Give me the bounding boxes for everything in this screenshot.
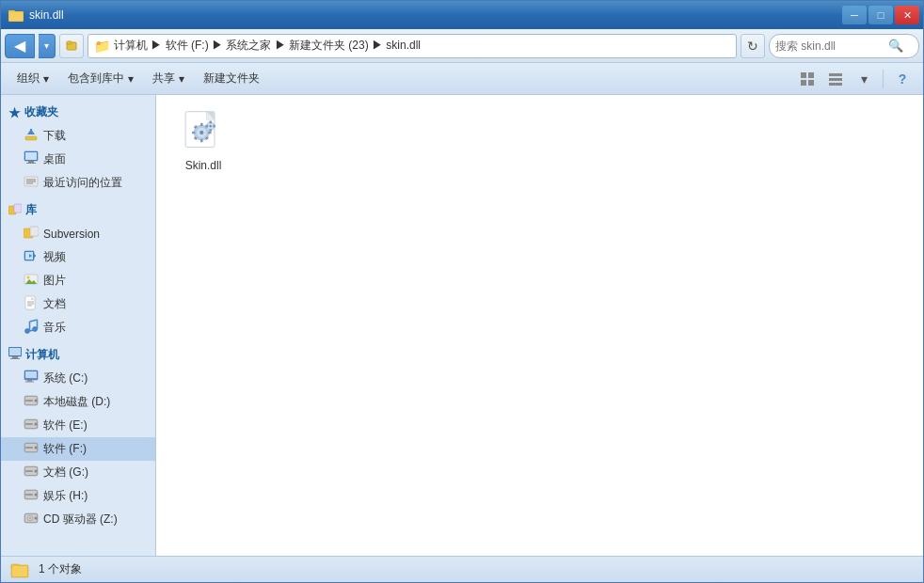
view-dropdown-button[interactable]: ▾ <box>851 67 877 91</box>
computer-header[interactable]: 计算机 <box>1 343 155 367</box>
drive-c-icon <box>24 370 39 387</box>
drive-g-icon <box>24 464 39 481</box>
svg-rect-48 <box>10 358 20 359</box>
music-icon <box>24 319 39 337</box>
file-label-skin-dll: Skin.dll <box>185 159 222 172</box>
sidebar-item-recent[interactable]: 最近访问的位置 <box>1 171 155 195</box>
documents-icon <box>24 295 39 313</box>
svg-rect-97 <box>209 129 212 132</box>
sidebar-section-favorites: ★ 收藏夹 下载 <box>1 101 155 195</box>
svg-rect-5 <box>801 72 806 78</box>
svg-rect-34 <box>25 296 35 309</box>
refresh-button[interactable]: ↻ <box>741 34 765 58</box>
file-item-skin-dll[interactable]: Skin.dll <box>166 104 241 178</box>
help-button[interactable]: ? <box>889 67 916 91</box>
share-button[interactable]: 共享 ▾ <box>144 67 193 91</box>
status-folder-icon <box>10 560 29 579</box>
title-bar-left: skin.dll <box>8 8 64 23</box>
sidebar-item-drive-f[interactable]: 软件 (F:) <box>1 437 155 461</box>
svg-rect-4 <box>67 41 72 44</box>
window-title: skin.dll <box>29 8 64 22</box>
search-icon[interactable]: 🔍 <box>888 39 903 53</box>
sidebar-item-pictures[interactable]: 图片 <box>1 269 155 292</box>
sidebar-section-computer: 计算机 系统 (C:) <box>1 343 155 531</box>
sidebar-item-music[interactable]: 音乐 <box>1 316 155 339</box>
address-path-text: 计算机 ▶ 软件 (F:) ▶ 系统之家 ▶ 新建文件夹 (23) ▶ skin… <box>114 38 421 54</box>
svg-point-68 <box>35 470 38 473</box>
maximize-button[interactable]: □ <box>868 6 893 24</box>
svg-rect-96 <box>209 121 212 124</box>
up-button[interactable] <box>59 34 84 58</box>
svg-line-42 <box>30 320 38 322</box>
drive-h-icon <box>24 487 39 505</box>
svg-rect-46 <box>9 348 21 355</box>
title-bar-buttons: ─ □ ✕ <box>842 6 919 24</box>
sidebar-item-subversion[interactable]: Subversion <box>1 222 155 245</box>
svg-rect-11 <box>829 83 842 86</box>
title-bar: skin.dll ─ □ ✕ <box>1 1 923 29</box>
svg-rect-8 <box>808 80 814 86</box>
library-icon <box>8 202 22 218</box>
subversion-icon <box>24 225 39 243</box>
address-path[interactable]: 📁 计算机 ▶ 软件 (F:) ▶ 系统之家 ▶ 新建文件夹 (23) ▶ sk… <box>88 34 737 58</box>
svg-rect-9 <box>829 73 842 76</box>
sidebar-item-drive-h[interactable]: 娱乐 (H:) <box>1 484 155 508</box>
pictures-icon <box>24 272 39 290</box>
libraries-header[interactable]: 库 <box>1 198 155 222</box>
sidebar-item-documents[interactable]: 文档 <box>1 292 155 316</box>
sidebar-item-download[interactable]: 下载 <box>1 124 155 148</box>
search-box[interactable]: 🔍 <box>769 34 919 58</box>
svg-rect-7 <box>801 80 806 86</box>
svg-rect-24 <box>14 204 22 213</box>
svg-rect-10 <box>829 78 842 81</box>
forward-button[interactable]: ▾ <box>39 34 56 58</box>
svg-point-95 <box>209 125 212 128</box>
sidebar-item-drive-d[interactable]: 本地磁盘 (D:) <box>1 390 155 414</box>
view-icon <box>800 71 815 87</box>
folder-icon <box>8 8 24 23</box>
recent-icon <box>24 174 39 192</box>
sidebar-item-drive-g[interactable]: 文档 (G:) <box>1 461 155 484</box>
file-area[interactable]: Skin.dll <box>156 95 923 556</box>
back-button[interactable]: ◀ <box>5 34 35 58</box>
svg-point-56 <box>35 400 38 402</box>
svg-marker-28 <box>33 253 36 259</box>
sidebar-item-drive-e[interactable]: 软件 (E:) <box>1 414 155 437</box>
view-details-button[interactable] <box>822 67 849 91</box>
svg-point-78 <box>29 517 31 519</box>
svg-point-64 <box>35 447 38 449</box>
organize-button[interactable]: 组织 ▾ <box>8 67 57 91</box>
sidebar-item-drive-z[interactable]: CD 驱动器 (Z:) <box>1 508 155 531</box>
svg-point-72 <box>35 494 38 496</box>
status-text: 1 个对象 <box>39 561 82 577</box>
sidebar-item-drive-c[interactable]: 系统 (C:) <box>1 367 155 390</box>
svg-rect-18 <box>25 152 37 160</box>
svg-rect-51 <box>27 380 32 382</box>
up-icon <box>65 39 78 53</box>
new-folder-button[interactable]: 新建文件夹 <box>195 67 268 91</box>
svg-point-76 <box>35 517 38 520</box>
svg-rect-52 <box>25 382 34 383</box>
view-icon-button[interactable] <box>794 67 820 91</box>
svg-rect-65 <box>25 447 33 449</box>
sidebar-item-desktop[interactable]: 桌面 <box>1 148 155 171</box>
svg-rect-85 <box>200 123 203 126</box>
svg-rect-86 <box>200 139 203 142</box>
toolbar-separator <box>883 70 884 88</box>
svg-rect-12 <box>25 136 37 140</box>
search-input[interactable] <box>775 39 888 53</box>
svg-rect-2 <box>9 12 23 21</box>
sidebar-item-video[interactable]: 视频 <box>1 245 155 269</box>
svg-rect-88 <box>208 132 211 134</box>
address-bar: ◀ ▾ 📁 计算机 ▶ 软件 (F:) ▶ 系统之家 ▶ 新建文件夹 (23) … <box>1 29 923 63</box>
favorites-header[interactable]: ★ 收藏夹 <box>1 101 155 124</box>
close-button[interactable]: ✕ <box>895 6 919 24</box>
sidebar-section-libraries: 库 Subversion <box>1 198 155 339</box>
window: skin.dll ─ □ ✕ ◀ ▾ 📁 计算机 ▶ 软件 (F:) ▶ 系统之… <box>0 0 924 583</box>
drive-z-icon <box>24 511 39 528</box>
svg-rect-6 <box>808 72 814 78</box>
minimize-button[interactable]: ─ <box>842 6 867 24</box>
include-library-button[interactable]: 包含到库中 ▾ <box>59 67 142 91</box>
video-icon <box>24 248 39 266</box>
desktop-icon <box>24 150 39 168</box>
